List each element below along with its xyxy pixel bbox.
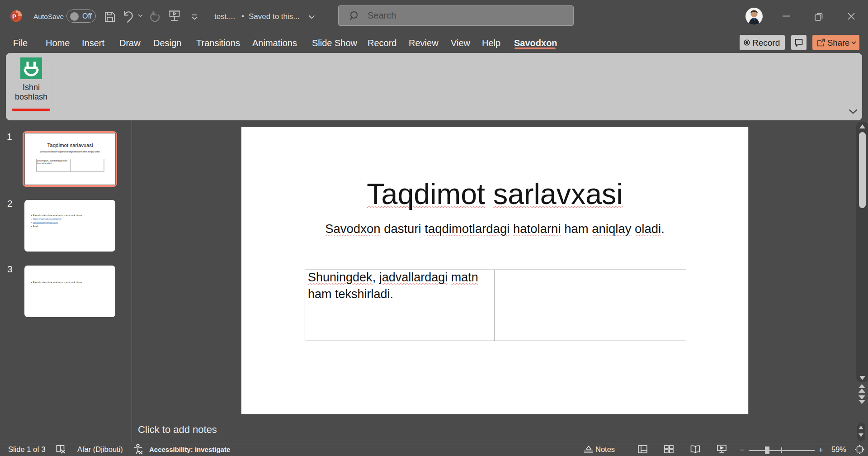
svg-text:P: P <box>12 13 16 20</box>
